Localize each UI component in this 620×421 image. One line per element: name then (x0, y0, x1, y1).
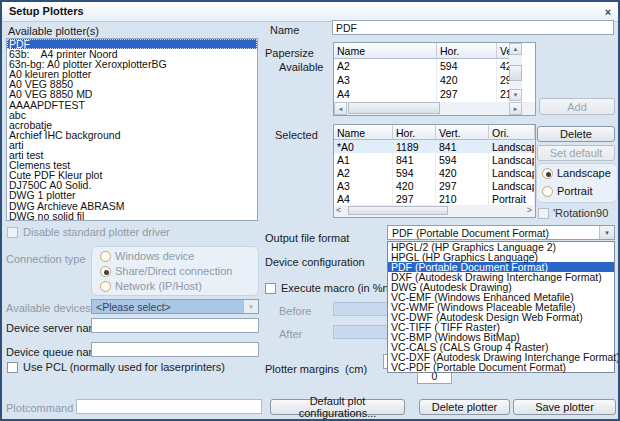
column-header[interactable]: Name (334, 125, 393, 140)
table-cell: A3 (334, 73, 437, 87)
table-cell: *A0 (334, 140, 393, 153)
scroll-down-icon[interactable]: ▾ (509, 89, 522, 101)
default-plot-configurations-button[interactable]: Default plot configurations... (270, 399, 405, 415)
table-row[interactable]: A2594420Landscape (334, 166, 535, 179)
table-row[interactable]: A1841594Landscape (334, 153, 535, 166)
scroll-left-icon[interactable]: < (336, 205, 341, 215)
plotter-list[interactable]: PDF63b: A4 printer Noord63n-bg: A0 plott… (6, 38, 258, 221)
output-format-select[interactable]: PDF (Portable Document Format) ▾ (387, 225, 615, 240)
table-cell: 297 (437, 87, 497, 101)
rotation90-checkbox[interactable]: 'Rotation90 (538, 207, 608, 219)
close-icon[interactable]: × (600, 4, 616, 20)
radio-icon-selected[interactable] (100, 266, 111, 277)
scroll-thumb[interactable] (509, 65, 522, 81)
use-pcl-label: Use PCL (normally used for laserprinters… (23, 361, 225, 373)
plotter-list-item[interactable]: DWG no solid fil (7, 211, 257, 221)
checkbox-icon[interactable] (7, 362, 18, 373)
available-plotters-label: Available plotter(s) (8, 25, 99, 37)
selected-table-body: *A01189841LandscapeA1841594LandscapeA259… (334, 140, 535, 205)
table-row[interactable]: A3420297 (334, 73, 535, 87)
radio-share-direct[interactable]: Share/Direct connection (100, 265, 232, 277)
table-cell: Portrait (489, 192, 535, 205)
device-queue-label: Device queue name (6, 346, 104, 358)
table-cell: A2 (334, 166, 393, 179)
plotcommand-input[interactable] (76, 399, 262, 414)
table-cell: 420 (393, 179, 436, 192)
scroll-up-icon[interactable]: ▴ (509, 43, 522, 55)
save-plotter-button[interactable]: Save plotter (513, 399, 616, 415)
after-label: After (279, 328, 302, 340)
chevron-down-icon[interactable]: ▾ (243, 300, 258, 313)
column-header[interactable]: Name (334, 43, 437, 59)
table-row[interactable]: A2594420 (334, 59, 535, 73)
table-cell: A4 (334, 192, 393, 205)
output-format-dropdown[interactable]: HPGL/2 (HP Graphics Language 2)HPGL (HP … (387, 241, 615, 373)
disable-driver-checkbox[interactable]: Disable standard plotter driver (7, 226, 170, 238)
radio-icon-selected[interactable] (542, 168, 553, 179)
plotter-list-item[interactable]: Archief IHC background (7, 130, 257, 140)
radio-windows-device[interactable]: Windows device (100, 250, 194, 262)
column-header[interactable]: Hor. (437, 43, 497, 59)
selected-papersize-table: Name Hor. Vert. Ori. *A01189841Landscape… (333, 124, 536, 218)
radio-label: Portrait (557, 185, 592, 197)
dialog-title: Setup Plotters (9, 5, 84, 17)
scroll-thumb[interactable] (348, 102, 440, 114)
radio-label: Network (IP/Host) (115, 280, 202, 292)
setup-plotters-dialog: Setup Plotters × Available plotter(s) PD… (0, 0, 620, 421)
checkbox-icon[interactable] (265, 283, 276, 294)
device-queue-input[interactable] (91, 342, 259, 357)
table-cell: 594 (437, 59, 497, 73)
radio-icon[interactable] (100, 281, 111, 292)
output-format-label: Output file format (265, 232, 349, 244)
column-header[interactable]: Hor. (393, 125, 436, 140)
column-header[interactable]: Ori. (489, 125, 535, 140)
table-cell: A3 (334, 179, 393, 192)
table-cell: Landscape (489, 153, 535, 166)
device-server-input[interactable] (91, 318, 259, 333)
device-server-label: Device server name (6, 322, 104, 334)
table-cell: 594 (436, 153, 489, 166)
radio-landscape[interactable]: Landscape (542, 167, 611, 179)
available-devices-select[interactable]: <Please select> ▾ (91, 299, 259, 314)
scroll-right-icon[interactable]: > (527, 205, 532, 215)
checkbox-icon[interactable] (538, 208, 549, 219)
available-table-header: Name Hor. Vert. (334, 43, 535, 59)
table-cell: 210 (436, 192, 489, 205)
radio-icon[interactable] (100, 251, 111, 262)
table-row[interactable]: A4297210Portrait (334, 192, 535, 205)
plotter-list-item[interactable]: AAAAPDFTEST (7, 100, 257, 110)
available-papersize-table: Name Hor. Vert. A2594420A3420297A4297210… (333, 42, 536, 116)
radio-network[interactable]: Network (IP/Host) (100, 280, 202, 292)
table-cell: 420 (437, 73, 497, 87)
chevron-down-icon[interactable]: ▾ (599, 226, 614, 239)
radio-icon[interactable] (542, 186, 553, 197)
horizontal-scrollbar[interactable]: ◂ ▸ (334, 102, 535, 115)
table-row[interactable]: A4297210 (334, 87, 535, 101)
use-pcl-checkbox[interactable]: Use PCL (normally used for laserprinters… (7, 361, 225, 373)
plotter-list-item[interactable]: DWG 1 plotter (7, 190, 257, 200)
table-row[interactable]: A3420297Landscape (334, 179, 535, 192)
scroll-right-icon[interactable]: ▸ (509, 102, 522, 115)
scroll-thumb[interactable] (348, 206, 448, 215)
table-row[interactable]: *A01189841Landscape (334, 140, 535, 153)
execute-macro-checkbox[interactable]: Execute macro (in %ncgh (265, 282, 406, 294)
radio-portrait[interactable]: Portrait (542, 185, 592, 197)
delete-plotter-button[interactable]: Delete plotter (419, 399, 510, 415)
table-cell: Landscape (489, 140, 535, 153)
table-cell: 1189 (393, 140, 436, 153)
checkbox-icon[interactable] (7, 227, 18, 238)
horizontal-scrollbar[interactable]: < > (334, 205, 535, 217)
device-config-label: Device configuration (265, 256, 365, 268)
delete-button[interactable]: Delete (537, 126, 615, 142)
scroll-left-icon[interactable]: ◂ (334, 102, 347, 115)
before-label: Before (279, 305, 311, 317)
plotter-list-item[interactable]: arti (7, 140, 257, 150)
disable-driver-label: Disable standard plotter driver (23, 226, 170, 238)
add-button[interactable]: Add (539, 98, 615, 115)
column-header[interactable]: Vert. (436, 125, 489, 140)
vertical-scrollbar[interactable]: ▴ ▾ (509, 43, 522, 101)
name-input[interactable] (332, 20, 614, 35)
format-option[interactable]: VC-PDF (Portable Document Format) (388, 362, 614, 372)
set-default-button[interactable]: Set default (537, 145, 615, 161)
table-cell: Landscape (489, 166, 535, 179)
